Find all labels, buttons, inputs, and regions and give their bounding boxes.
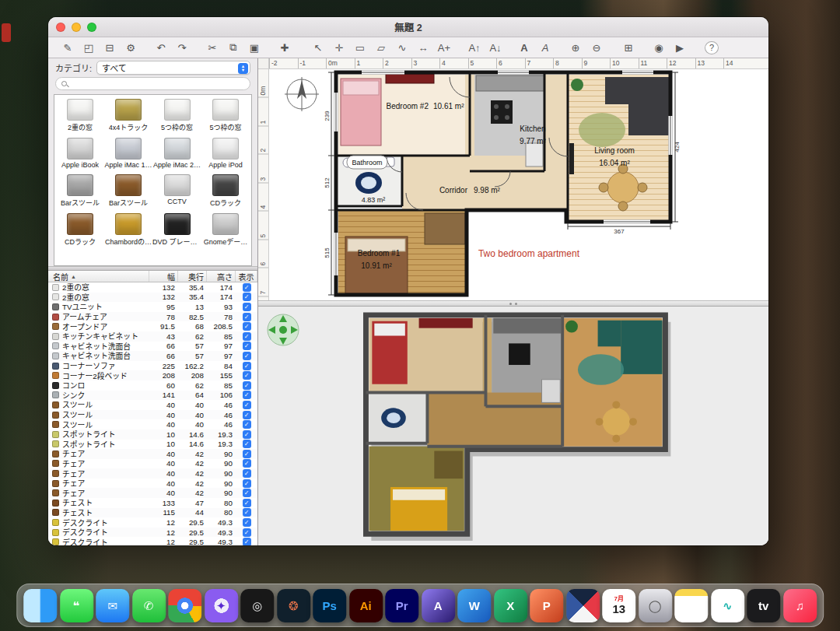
table-row[interactable]: チェア 40 42 90 ✓: [48, 468, 257, 479]
create-rooms-button[interactable]: ▱: [374, 40, 388, 55]
plan-compass[interactable]: [285, 77, 319, 111]
zoom-in-button[interactable]: ⊕: [569, 40, 583, 55]
visible-checkbox[interactable]: ✓: [243, 303, 251, 311]
stove[interactable]: [491, 100, 513, 124]
plan-annotation[interactable]: Two bedroom apartment: [478, 248, 580, 259]
catalog-item[interactable]: CDラック: [201, 174, 250, 208]
table-row[interactable]: コーナーソファ 225 162.2 84 ✓: [48, 361, 257, 371]
table-row[interactable]: オープンドア 91.5 68 208.5 ✓: [48, 321, 257, 331]
cut-button[interactable]: ✂: [205, 40, 219, 55]
column-height[interactable]: 高さ: [207, 271, 236, 282]
visible-checkbox[interactable]: ✓: [243, 293, 251, 301]
visible-checkbox[interactable]: ✓: [243, 538, 251, 545]
catalog-item[interactable]: Apple iMac 1…: [104, 138, 152, 169]
table-row[interactable]: デスクライト 12 29.5 49.3 ✓: [48, 528, 257, 538]
italic-button[interactable]: A: [538, 40, 552, 55]
catalog-item[interactable]: CDラック: [56, 213, 104, 247]
add-text-button[interactable]: A+: [437, 40, 451, 55]
visible-checkbox[interactable]: ✓: [243, 508, 251, 517]
help-button[interactable]: ?: [705, 41, 719, 54]
catalog-item[interactable]: Barスツール: [104, 174, 152, 208]
zoom-out-button[interactable]: ⊖: [590, 40, 604, 55]
table-row[interactable]: キャビネット洗面台 66 57 97 ✓: [48, 342, 257, 352]
visible-checkbox[interactable]: ✓: [243, 381, 251, 390]
dock-notes[interactable]: [674, 589, 708, 622]
catalog-item[interactable]: 5つ枠の窓: [152, 99, 201, 132]
visible-checkbox[interactable]: ✓: [243, 342, 251, 350]
kitchen-counter[interactable]: [476, 75, 544, 91]
create-photo-button[interactable]: ◉: [652, 40, 666, 55]
table-row[interactable]: スポットライト 10 14.6 19.3 ✓: [48, 440, 257, 450]
search-input[interactable]: [71, 79, 244, 88]
column-depth[interactable]: 奥行: [178, 271, 207, 282]
catalog-item[interactable]: Gnomeデー…: [201, 213, 250, 247]
table-row[interactable]: スツール 40 40 46 ✓: [48, 410, 257, 420]
table-row[interactable]: キッチンキャビネット 43 62 85 ✓: [48, 331, 257, 342]
view-3d[interactable]: [258, 307, 768, 545]
dock-red-blue-app[interactable]: [566, 589, 600, 622]
visible-checkbox[interactable]: ✓: [243, 479, 251, 488]
table-row[interactable]: TVユニット 95 13 93 ✓: [48, 302, 257, 312]
redo-button[interactable]: ↷: [175, 40, 189, 55]
table-row[interactable]: コンロ 60 62 85 ✓: [48, 380, 257, 391]
catalog-item[interactable]: Barスツール: [56, 174, 104, 208]
view-splitter[interactable]: [258, 300, 768, 307]
title-bar[interactable]: 無題 2: [48, 17, 768, 37]
dock-premiere-pro[interactable]: Pr: [385, 589, 418, 622]
corner-sofa[interactable]: [628, 77, 669, 135]
visible-checkbox[interactable]: ✓: [243, 411, 251, 419]
dock-word[interactable]: W: [457, 589, 491, 622]
pan-tool-button[interactable]: ✛: [332, 40, 346, 55]
column-width[interactable]: 幅: [149, 271, 178, 282]
fridge[interactable]: [526, 143, 543, 167]
visible-checkbox[interactable]: ✓: [243, 459, 251, 468]
dock-illustrator[interactable]: Ai: [349, 589, 383, 622]
table-row[interactable]: デスクライト 12 29.5 49.3 ✓: [48, 517, 257, 528]
plant[interactable]: [571, 79, 583, 91]
table-row[interactable]: アームチェア 78 82.5 78 ✓: [48, 312, 257, 322]
table-row[interactable]: チェスト 133 47 80 ✓: [48, 498, 257, 508]
save-home-button[interactable]: ⊟: [103, 40, 117, 55]
tv[interactable]: [569, 143, 574, 174]
table-row[interactable]: チェア 40 42 90 ✓: [48, 488, 257, 498]
column-visible[interactable]: 表示: [236, 271, 257, 282]
table-row[interactable]: デスクライト 12 29.5 49.3 ✓: [48, 537, 257, 545]
create-walls-button[interactable]: ▭: [353, 40, 367, 55]
dock-final-cut-pro[interactable]: ✦: [205, 589, 238, 622]
visible-checkbox[interactable]: ✓: [243, 489, 251, 497]
visible-checkbox[interactable]: ✓: [243, 313, 251, 321]
dock-apple-tv[interactable]: tv: [747, 589, 780, 622]
toggle-views-button[interactable]: ⊞: [621, 40, 635, 55]
catalog-item[interactable]: 4x4トラック: [104, 99, 152, 132]
visible-checkbox[interactable]: ✓: [243, 391, 251, 399]
new-home-button[interactable]: ✎: [61, 40, 75, 55]
catalog-item[interactable]: Apple iPod: [201, 138, 250, 169]
chest[interactable]: [425, 213, 465, 244]
visible-checkbox[interactable]: ✓: [243, 440, 251, 448]
visible-checkbox[interactable]: ✓: [243, 332, 251, 341]
plan-canvas[interactable]: 239 512 515 424 367 Bedroom #2 10.61 m² …: [269, 69, 768, 300]
catalog-item[interactable]: 2重の窓: [56, 99, 104, 132]
dock-messages[interactable]: ❝: [60, 589, 93, 622]
catalog-item[interactable]: Apple iBook: [56, 138, 104, 169]
dock-davinci-resolve[interactable]: ❂: [277, 589, 310, 622]
dock-excel[interactable]: X: [494, 589, 527, 622]
wardrobe[interactable]: [386, 74, 434, 83]
table-row[interactable]: チェア 40 42 90 ✓: [48, 479, 257, 489]
dock-dark-circle-app[interactable]: ◎: [240, 589, 274, 622]
visible-checkbox[interactable]: ✓: [243, 362, 251, 370]
dock-chrome[interactable]: [168, 589, 201, 622]
preferences-button[interactable]: ⚙: [124, 40, 138, 55]
catalog-item[interactable]: Chambordの…: [104, 213, 152, 247]
increase-text-size-button[interactable]: A↑: [467, 40, 481, 55]
bold-button[interactable]: A: [517, 40, 531, 55]
visible-checkbox[interactable]: ✓: [243, 430, 251, 439]
dining-table[interactable]: [607, 172, 639, 203]
plan-view[interactable]: -2-10m1234567891011121314 0m1234567: [258, 58, 768, 300]
visible-checkbox[interactable]: ✓: [243, 283, 251, 292]
dock-finder[interactable]: [23, 589, 57, 622]
create-polylines-button[interactable]: ∿: [395, 40, 409, 55]
catalog-item[interactable]: CCTV: [152, 174, 201, 208]
dock-calendar[interactable]: 7月 13: [602, 589, 635, 622]
table-row[interactable]: チェスト 115 44 80 ✓: [48, 508, 257, 518]
